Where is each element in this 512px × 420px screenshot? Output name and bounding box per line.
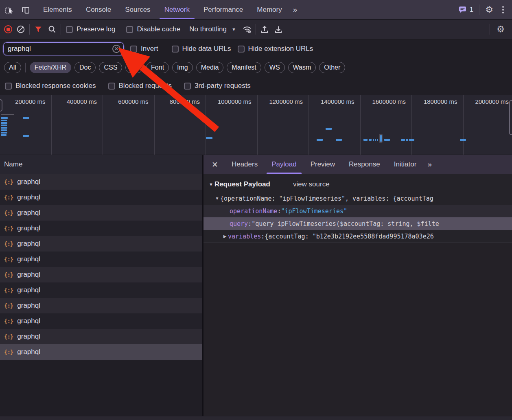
clear-network-log-icon[interactable] [15, 24, 26, 35]
checkbox-box[interactable] [238, 46, 245, 52]
timeline-scroll-handle-left[interactable] [0, 99, 2, 112]
dropdown-arrow-icon: ▼ [232, 27, 236, 32]
search-icon[interactable] [47, 24, 57, 35]
checkbox-box[interactable] [126, 26, 133, 33]
expand-triangle-icon[interactable]: ▶ [222, 234, 228, 238]
filter-chip-other[interactable]: Other [319, 62, 345, 73]
detail-tab-preview[interactable]: Preview [304, 155, 342, 174]
checkbox-box[interactable] [184, 83, 191, 90]
close-icon[interactable]: ✕ [205, 160, 225, 169]
request-row[interactable]: {:}graphql [0, 313, 202, 329]
filter-input[interactable] [8, 45, 112, 53]
payload-variables-row[interactable]: ▶ variables: {accountTag: "b12e3b2192ee5… [203, 230, 512, 243]
filter-chip-doc[interactable]: Doc [74, 62, 96, 73]
tab-performance[interactable]: Performance [197, 0, 250, 19]
preserve-log-checkbox[interactable]: Preserve log [66, 25, 115, 33]
waterfall-bar [1, 127, 7, 129]
payload-query-row[interactable]: query: "query ipFlowTimeseries($accountT… [203, 217, 512, 230]
throttling-select[interactable]: No throttling ▼ [187, 25, 238, 33]
timeline-label: 1400000 ms [309, 95, 361, 155]
filter-chip-all[interactable]: All [4, 62, 21, 73]
import-har-icon[interactable] [259, 24, 270, 35]
request-row[interactable]: {:}graphql [0, 329, 202, 344]
3rd-party-requests-checkbox[interactable]: 3rd-party requests [184, 82, 251, 90]
disable-cache-checkbox[interactable]: Disable cache [126, 25, 180, 33]
filter-funnel-icon[interactable] [33, 24, 44, 35]
collapse-triangle-icon[interactable]: ▼ [209, 182, 213, 187]
more-options-icon[interactable] [499, 4, 507, 15]
detail-tab-payload[interactable]: Payload [265, 155, 303, 174]
filter-chip-css[interactable]: CSS [99, 62, 122, 73]
settings-gear-icon[interactable]: ⚙ [485, 5, 493, 14]
waterfall-selected-marker [379, 134, 383, 143]
timeline-scroll-handle-right[interactable] [509, 100, 512, 135]
network-conditions-icon[interactable] [242, 24, 252, 35]
expand-triangle-icon[interactable]: ▼ [214, 196, 220, 201]
request-row[interactable]: {:}graphql [0, 236, 202, 252]
detail-tab-headers[interactable]: Headers [225, 155, 265, 174]
detail-tab-response[interactable]: Response [342, 155, 387, 174]
tab-network[interactable]: Network [158, 0, 197, 19]
filter-chip-fetch-xhr[interactable]: Fetch/XHR [30, 62, 71, 73]
tab-memory[interactable]: Memory [250, 0, 289, 19]
name-column-header[interactable]: Name [0, 155, 202, 174]
payload-operation-row[interactable]: operationName: "ipFlowTimeseries" [203, 205, 512, 217]
checkbox-box[interactable] [108, 83, 115, 90]
request-list-pane: Name {:}graphql{:}graphql{:}graphql{:}gr… [0, 155, 203, 420]
more-tabs-icon[interactable]: » [289, 5, 301, 14]
toolbar-divider [256, 24, 256, 35]
tab-console[interactable]: Console [79, 0, 118, 19]
filter-chip-js[interactable]: JS [125, 62, 143, 73]
request-row[interactable]: {:}graphql [0, 190, 202, 205]
filter-chip-ws[interactable]: WS [265, 62, 285, 73]
section-title[interactable]: Request Payload [214, 180, 270, 188]
request-row[interactable]: {:}graphql [0, 344, 202, 360]
waterfall-bar [377, 139, 378, 141]
checkbox-box[interactable] [130, 46, 137, 52]
checkbox-box[interactable] [172, 46, 179, 52]
export-har-icon[interactable] [273, 24, 284, 35]
request-row[interactable]: {:}graphql [0, 252, 202, 267]
detail-more-tabs-icon[interactable]: » [423, 160, 435, 169]
device-toolbar-icon[interactable] [20, 4, 31, 15]
hide-extension-urls-checkbox[interactable]: Hide extension URLs [238, 45, 313, 53]
filter-chip-manifest[interactable]: Manifest [227, 62, 261, 73]
request-row[interactable]: {:}graphql [0, 174, 202, 190]
blocked-response-cookies-checkbox[interactable]: Blocked response cookies [5, 82, 96, 90]
filter-chip-font[interactable]: Font [146, 62, 169, 73]
waterfall-bar [375, 139, 376, 141]
request-name: graphql [17, 332, 40, 341]
blocked-requests-checkbox[interactable]: Blocked requests [108, 82, 172, 90]
toolbar-divider [29, 24, 30, 35]
request-row[interactable]: {:}graphql [0, 221, 202, 236]
invert-checkbox[interactable]: Invert [130, 45, 158, 53]
json-braces-icon: {:} [4, 241, 13, 247]
filter-chip-img[interactable]: Img [172, 62, 193, 73]
request-row[interactable]: {:}graphql [0, 205, 202, 221]
tab-elements[interactable]: Elements [36, 0, 79, 19]
network-overview-timeline[interactable]: 200000 ms400000 ms600000 ms800000 ms1000… [0, 95, 512, 155]
request-name: graphql [17, 317, 40, 325]
request-row[interactable]: {:}graphql [0, 267, 202, 282]
filter-chip-wasm[interactable]: Wasm [288, 62, 316, 73]
filter-input-wrap: ✕ [3, 42, 124, 55]
json-braces-icon: {:} [4, 194, 13, 201]
clear-filter-icon[interactable]: ✕ [112, 45, 120, 53]
tab-sources[interactable]: Sources [118, 0, 157, 19]
network-settings-gear-icon[interactable]: ⚙ [493, 25, 508, 34]
detail-tab-initiator[interactable]: Initiator [387, 155, 424, 174]
timeline-label: 400000 ms [52, 95, 103, 155]
hide-data-urls-checkbox[interactable]: Hide data URLs [172, 45, 231, 53]
timeline-label: 2000000 ms [464, 95, 512, 155]
request-row[interactable]: {:}graphql [0, 298, 202, 313]
filter-chip-media[interactable]: Media [196, 62, 224, 73]
view-source-link[interactable]: view source [293, 180, 330, 188]
payload-summary-row[interactable]: ▼ {operationName: "ipFlowTimeseries", va… [203, 192, 512, 205]
checkbox-box[interactable] [5, 83, 12, 90]
record-network-log-icon[interactable] [4, 25, 12, 33]
issues-counter[interactable]: 1 [458, 6, 473, 14]
checkbox-box[interactable] [66, 26, 73, 33]
inspect-element-icon[interactable] [4, 4, 15, 15]
request-row[interactable]: {:}graphql [0, 282, 202, 298]
property-value: {accountTag: "b12e3b2192ee5588fdad995178… [265, 233, 433, 240]
